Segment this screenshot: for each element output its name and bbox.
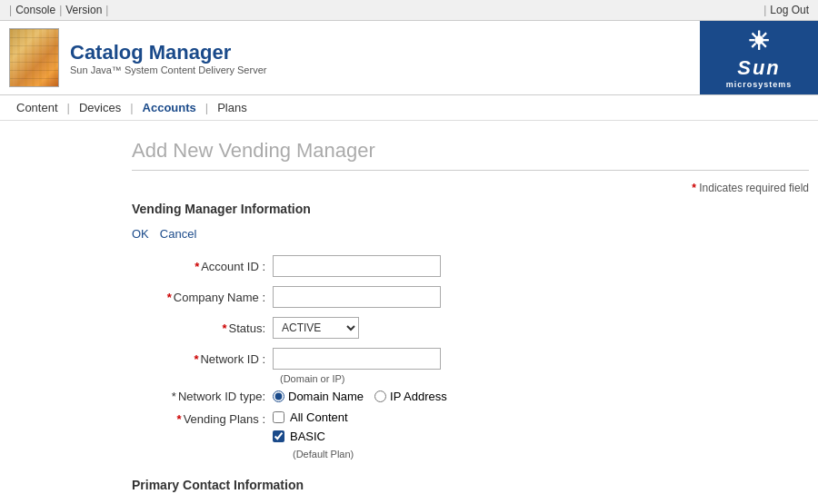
nav-bar: Content | Devices | Accounts | Plans: [0, 95, 818, 121]
account-id-row: * Account ID :: [141, 255, 809, 277]
basic-checkbox[interactable]: [273, 430, 284, 442]
sun-logo-sub: microsystems: [726, 80, 793, 89]
network-id-type-radio-group: Domain Name IP Address: [273, 390, 447, 403]
nav-sep-2: |: [128, 101, 135, 114]
version-link[interactable]: Version: [65, 4, 102, 16]
account-id-required: *: [195, 260, 199, 273]
network-id-hint: (Domain or IP): [280, 373, 809, 384]
required-asterisk: *: [692, 182, 696, 194]
network-id-input[interactable]: [273, 348, 441, 370]
vending-plans-required: *: [177, 412, 182, 426]
ip-address-option[interactable]: IP Address: [374, 390, 447, 403]
basic-option[interactable]: BASIC: [273, 430, 354, 443]
page-content: Add New Vending Manager * Indicates requ…: [0, 121, 818, 501]
vending-plans-checkbox-group: All Content BASIC (Default Plan): [273, 410, 354, 460]
domain-name-label: Domain Name: [288, 390, 364, 403]
page-title: Add New Vending Manager: [132, 130, 809, 171]
top-bar-sep-left: |: [9, 4, 12, 16]
default-plan-hint: (Default Plan): [293, 449, 354, 460]
top-bar: | Console | Version | | Log Out: [0, 0, 818, 21]
all-content-checkbox[interactable]: [273, 411, 284, 423]
company-name-row: * Company Name :: [141, 286, 809, 308]
header: Catalog Manager Sun Java™ System Content…: [0, 21, 818, 95]
network-id-type-label: * Network ID type:: [141, 390, 273, 403]
nav-item-content[interactable]: Content: [9, 101, 65, 114]
sun-logo: ☀ Sun microsystems: [726, 26, 793, 89]
cancel-button[interactable]: Cancel: [160, 227, 196, 241]
section-title: Vending Manager Information: [132, 202, 809, 216]
vending-plans-label: * Vending Plans :: [141, 410, 273, 426]
company-name-input[interactable]: [273, 286, 441, 308]
sun-icon: ☀: [726, 26, 793, 56]
header-title: Catalog Manager Sun Java™ System Content…: [70, 41, 266, 75]
all-content-option[interactable]: All Content: [273, 410, 354, 424]
top-bar-sep-right: |: [105, 4, 108, 16]
primary-contact-title: Primary Contact Information: [132, 472, 809, 492]
top-bar-left: | Console | Version |: [9, 4, 108, 16]
nav-sep-3: |: [204, 101, 210, 114]
app-subtitle: Sun Java™ System Content Delivery Server: [70, 64, 266, 75]
action-buttons: OK Cancel: [132, 227, 809, 241]
logout-link[interactable]: Log Out: [770, 4, 809, 16]
network-id-label: * Network ID :: [141, 352, 273, 366]
nav-item-plans[interactable]: Plans: [210, 101, 254, 114]
status-label: * Status:: [141, 321, 273, 335]
network-id-type-required: *: [172, 390, 176, 403]
header-left: Catalog Manager Sun Java™ System Content…: [0, 21, 700, 94]
nav-sep-1: |: [65, 101, 72, 114]
vending-plans-row: * Vending Plans : All Content BASIC (Def…: [141, 410, 809, 460]
domain-name-radio[interactable]: [273, 390, 284, 402]
top-bar-sep-middle: |: [59, 4, 62, 16]
ok-button[interactable]: OK: [132, 227, 149, 241]
sun-logo-area: ☀ Sun microsystems: [700, 21, 818, 94]
ip-address-radio[interactable]: [374, 390, 386, 402]
company-name-required: *: [167, 291, 172, 304]
app-title: Catalog Manager: [70, 41, 266, 64]
required-note: * Indicates required field: [132, 178, 809, 202]
console-link[interactable]: Console: [15, 4, 55, 16]
nav-item-accounts[interactable]: Accounts: [135, 101, 204, 114]
sun-logo-text: Sun: [726, 56, 793, 80]
status-row: * Status: ACTIVE INACTIVE: [141, 317, 809, 339]
company-name-label: * Company Name :: [141, 291, 273, 304]
domain-name-option[interactable]: Domain Name: [273, 390, 364, 403]
status-required: *: [222, 321, 226, 335]
nav-item-devices[interactable]: Devices: [72, 101, 128, 114]
ip-address-label: IP Address: [390, 390, 447, 403]
top-bar-right: | Log Out: [763, 4, 809, 16]
network-id-required: *: [194, 352, 198, 366]
network-id-type-row: * Network ID type: Domain Name IP Addres…: [141, 390, 809, 403]
catalog-logo-image: [9, 28, 59, 87]
network-id-row: * Network ID :: [141, 348, 809, 370]
required-note-text: Indicates required field: [699, 182, 809, 194]
account-id-label: * Account ID :: [141, 260, 273, 273]
form-table: * Account ID : * Company Name : * Status…: [141, 255, 809, 460]
basic-label: BASIC: [290, 430, 325, 443]
status-select[interactable]: ACTIVE INACTIVE: [273, 317, 359, 339]
all-content-label: All Content: [290, 410, 348, 424]
top-bar-sep-logout-left: |: [763, 4, 766, 16]
account-id-input[interactable]: [273, 255, 441, 277]
